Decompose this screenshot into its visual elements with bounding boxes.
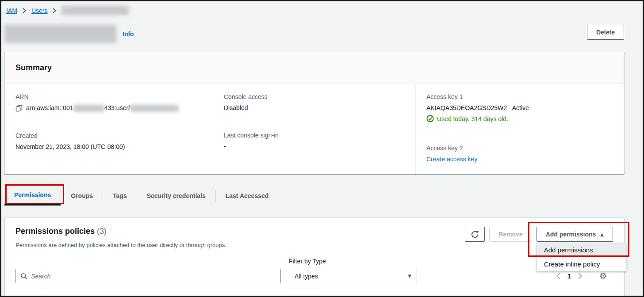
arn-redacted-1: [73, 105, 104, 112]
panel-title: Permissions policies (3): [15, 227, 226, 236]
breadcrumb-current-redacted: [61, 6, 129, 15]
add-permissions-button[interactable]: Add permissions ▲: [537, 227, 613, 242]
remove-button[interactable]: Remove: [489, 227, 532, 242]
info-link[interactable]: Info: [123, 30, 134, 38]
menu-item-create-inline-policy[interactable]: Create inline policy: [537, 257, 626, 271]
panel-actions: Remove Add permissions ▲ Add permissions…: [465, 227, 613, 242]
access-key-1-value: AKIAQA35DEOA2GSD25W2 - Active: [426, 104, 613, 111]
type-filter: Filter by Type All types ▼: [289, 258, 417, 283]
add-permissions-menu: Add permissions Create inline policy: [537, 243, 626, 271]
summary-title: Summary: [15, 63, 613, 72]
delete-button[interactable]: Delete: [587, 25, 624, 40]
console-access-label: Console access: [224, 93, 405, 100]
tab-groups[interactable]: Groups: [61, 186, 103, 206]
copy-icon[interactable]: [15, 105, 23, 112]
tab-permissions[interactable]: Permissions: [4, 186, 61, 206]
tab-bar: Permissions Groups Tags Security credent…: [4, 186, 624, 206]
search-icon: [20, 273, 27, 280]
panel-description: Permissions are defined by policies atta…: [15, 242, 226, 248]
filter-row: Filter by Type All types ▼ 1 ⚙: [15, 258, 613, 283]
panel-title-block: Permissions policies (3) Permissions are…: [15, 227, 226, 248]
arn-value: arn:aws:iam::001433:user/: [26, 104, 179, 112]
access-key-2-label: Access key 2: [426, 145, 613, 152]
breadcrumb-users[interactable]: Users: [31, 7, 48, 14]
add-permissions-wrap: Add permissions ▲ Add permissions Create…: [537, 227, 613, 242]
tab-tags[interactable]: Tags: [103, 186, 137, 206]
last-signin-value: -: [224, 143, 405, 150]
access-key-1-field: Access key 1 AKIAQA35DEOA2GSD25W2 - Acti…: [416, 84, 624, 135]
search-input[interactable]: [31, 273, 276, 280]
previous-page-button[interactable]: [556, 272, 561, 280]
page-title-redacted: [4, 25, 116, 43]
breadcrumb-iam[interactable]: IAM: [6, 7, 17, 14]
last-signin-field: Last console sign-in -: [213, 122, 415, 161]
console-access-value: Disabled: [224, 104, 405, 111]
caret-up-icon: ▲: [600, 232, 604, 237]
created-value: November 21, 2023, 18:00 (UTC-08:00): [15, 143, 202, 150]
refresh-icon: [471, 230, 479, 239]
tab-last-accessed[interactable]: Last Accessed: [216, 186, 279, 206]
access-key-2-field: Access key 2 Create access key: [416, 135, 624, 174]
last-signin-label: Last console sign-in: [224, 132, 405, 139]
access-key-1-status[interactable]: Used today. 314 days old.: [426, 115, 508, 124]
arn-redacted-2: [130, 105, 179, 112]
chevron-right-icon: [52, 8, 57, 14]
chevron-right-icon: [22, 8, 27, 14]
page-header: Info Delete: [4, 25, 624, 43]
console-access-field: Console access Disabled: [213, 84, 415, 122]
tab-security-credentials[interactable]: Security credentials: [137, 186, 215, 206]
filter-by-type-label: Filter by Type: [289, 258, 417, 265]
pagination-divider: [591, 271, 591, 282]
type-filter-select[interactable]: All types ▼: [289, 269, 417, 283]
arn-field: ARN arn:aws:iam::001433:user/: [5, 84, 213, 123]
policy-count: (3): [97, 227, 107, 236]
created-label: Created: [15, 132, 202, 139]
breadcrumb: IAM Users: [4, 0, 624, 15]
page-number[interactable]: 1: [567, 272, 571, 280]
caret-down-icon: ▼: [408, 274, 411, 278]
menu-item-add-permissions[interactable]: Add permissions: [537, 243, 626, 257]
permissions-policies-panel: Permissions policies (3) Permissions are…: [4, 217, 624, 297]
refresh-button[interactable]: [465, 227, 485, 242]
arn-label: ARN: [15, 93, 202, 100]
summary-card: Summary ARN arn:aws:iam::001433:user/: [4, 52, 624, 174]
summary-grid: ARN arn:aws:iam::001433:user/ Created No…: [5, 84, 624, 174]
create-access-key-link[interactable]: Create access key: [426, 156, 477, 163]
gear-icon[interactable]: ⚙: [599, 272, 607, 280]
summary-card-header: Summary: [5, 52, 624, 84]
search-box: [15, 269, 281, 283]
check-circle-icon: [426, 115, 434, 122]
type-filter-value: All types: [295, 273, 318, 280]
created-field: Created November 21, 2023, 18:00 (UTC-08…: [5, 123, 213, 161]
access-key-1-label: Access key 1: [426, 93, 613, 100]
next-page-button[interactable]: [577, 272, 583, 280]
